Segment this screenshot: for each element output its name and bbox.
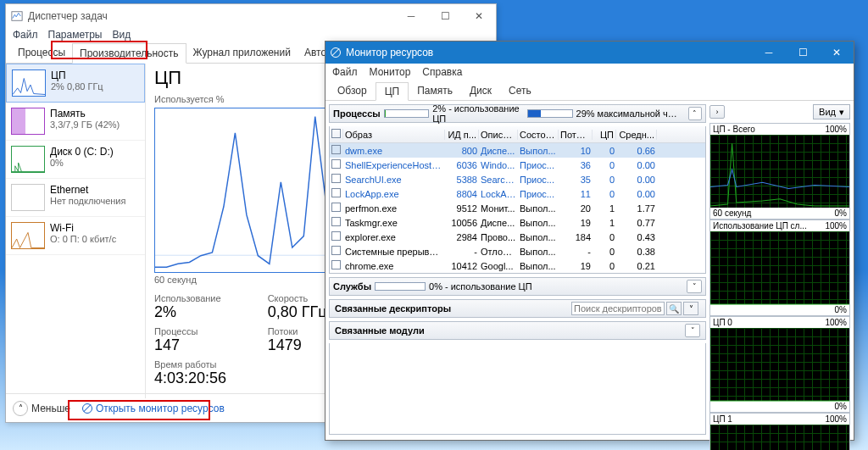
table-row[interactable]: dwm.exe800Диспе...Выпол...1000.66 [330, 143, 705, 158]
checkbox[interactable] [331, 260, 341, 269]
tm-title: Диспетчер задач [28, 10, 394, 22]
checkbox[interactable] [331, 174, 341, 183]
modules-panel-header[interactable]: Связанные модули ˅ [329, 321, 706, 340]
chevron-down-icon[interactable]: ˅ [687, 280, 702, 293]
minimize-button[interactable]: ─ [752, 42, 786, 64]
ethernet-thumb-icon [11, 184, 45, 211]
chevron-right-icon[interactable]: › [709, 105, 725, 119]
chevron-down-icon[interactable]: ˅ [685, 324, 700, 337]
view-dropdown[interactable]: Вид▾ [813, 104, 850, 119]
processes-panel-header[interactable]: Процессы 2% - использование ЦП 29% макси… [329, 104, 706, 123]
tab-overview[interactable]: Обзор [329, 82, 376, 100]
maximize-button[interactable]: ☐ [786, 42, 820, 64]
rm-titlebar[interactable]: Монитор ресурсов ─ ☐ ✕ [326, 42, 854, 64]
sidebar-item-disk0[interactable]: Диск 0 (C: D:)0% [6, 141, 145, 179]
table-row[interactable]: Taskmgr.exe10056Диспе...Выпол...1910.77 [330, 215, 705, 230]
mini-graph: ЦП 1100%0% [709, 413, 850, 450]
tab-network[interactable]: Сеть [500, 82, 540, 100]
tab-performance[interactable]: Производительность [72, 43, 186, 64]
mini-graph: ЦП 0100%0% [709, 316, 850, 413]
mini-graph: ЦП - Всего100%60 секунд0% [709, 123, 850, 219]
handles-panel-header[interactable]: Связанные дескрипторы 🔍 ˅ [329, 299, 706, 318]
checkbox[interactable] [331, 231, 341, 241]
menu-view[interactable]: Вид [112, 29, 131, 41]
table-header[interactable]: Образ ИД п... Описа... Состоя... Потоки … [330, 126, 705, 143]
tab-cpu[interactable]: ЦП [376, 82, 409, 101]
menu-file[interactable]: Файл [332, 66, 358, 78]
minimize-button[interactable]: ─ [394, 4, 428, 28]
cpu-usage-bar [384, 109, 429, 118]
table-row[interactable]: perfmon.exe9512Монит...Выпол...2011.77 [330, 201, 705, 215]
table-row[interactable]: Системные прерывания-Отлож...Выпол...-00… [330, 244, 705, 258]
chevron-up-icon[interactable]: ˄ [13, 401, 28, 416]
mini-graph: Использование ЦП сл...100%0% [709, 219, 850, 316]
chevron-down-icon[interactable]: ˅ [683, 302, 698, 315]
resource-monitor-icon [331, 47, 341, 58]
resource-monitor-icon [82, 403, 92, 414]
search-handles-input[interactable] [571, 302, 665, 315]
wifi-thumb-icon [11, 222, 45, 249]
rm-right-pane: › Вид▾ ЦП - Всего100%60 секунд0%Использо… [709, 104, 850, 435]
modules-panel-body [329, 343, 706, 435]
rm-menubar: Файл Монитор Справка [326, 64, 854, 81]
tab-memory[interactable]: Память [409, 82, 461, 100]
sidebar-item-ethernet[interactable]: EthernetНет подключения [6, 179, 145, 217]
maximize-button[interactable]: ☐ [428, 4, 462, 28]
tm-sidebar: ЦП2% 0,80 ГГц Память3,3/7,9 ГБ (42%) Дис… [6, 64, 146, 398]
fewer-details-button[interactable]: Меньше [31, 403, 70, 414]
checkbox[interactable] [331, 246, 341, 255]
svc-cpu-bar [375, 282, 426, 291]
sidebar-item-cpu[interactable]: ЦП2% 0,80 ГГц [6, 64, 145, 103]
tab-disk[interactable]: Диск [461, 82, 500, 100]
cpu-thumb-icon [12, 69, 46, 97]
tm-titlebar[interactable]: Диспетчер задач ─ ☐ ✕ [6, 4, 496, 28]
resource-monitor-window: Монитор ресурсов ─ ☐ ✕ Файл Монитор Спра… [325, 41, 854, 441]
chevron-up-icon[interactable]: ˄ [688, 107, 702, 120]
checkbox[interactable] [331, 159, 341, 169]
menu-monitor[interactable]: Монитор [370, 66, 411, 78]
tab-processes[interactable]: Процессы [11, 43, 72, 63]
memory-thumb-icon [11, 108, 45, 135]
rm-tabs: Обзор ЦП Память Диск Сеть [326, 81, 854, 101]
menu-file[interactable]: Файл [13, 29, 38, 41]
checkbox[interactable] [331, 203, 341, 212]
cpu-freq-bar [527, 109, 572, 118]
stat-utilization: 2% [154, 303, 261, 321]
processes-table: Образ ИД п... Описа... Состоя... Потоки … [329, 126, 706, 274]
stat-processes: 147 [154, 336, 261, 354]
search-icon[interactable]: 🔍 [666, 302, 682, 315]
checkbox[interactable] [331, 145, 341, 154]
table-row[interactable]: chrome.exe10412Googl...Выпол...1900.21 [330, 258, 705, 273]
services-panel-header[interactable]: Службы 0% - использование ЦП ˅ [329, 277, 706, 296]
rm-title: Монитор ресурсов [346, 47, 752, 58]
table-row[interactable]: ShellExperienceHost.exe6036Windo...Приос… [330, 158, 705, 172]
task-manager-icon [11, 10, 23, 22]
tab-app-history[interactable]: Журнал приложений [186, 43, 298, 63]
menu-options[interactable]: Параметры [48, 29, 103, 41]
sidebar-item-wifi[interactable]: Wi-FiО: 0 П: 0 кбит/с [6, 217, 145, 255]
close-button[interactable]: ✕ [820, 42, 854, 64]
checkbox-all[interactable] [331, 129, 341, 138]
menu-help[interactable]: Справка [422, 66, 462, 78]
checkbox[interactable] [331, 188, 341, 197]
table-row[interactable]: SearchUI.exe5388Search ...Приос...3500.0… [330, 172, 705, 186]
open-resource-monitor-link[interactable]: Открыть монитор ресурсов [82, 403, 225, 414]
close-button[interactable]: ✕ [462, 4, 496, 28]
disk-thumb-icon [11, 146, 45, 173]
tm-header-big: ЦП [154, 67, 181, 89]
table-row[interactable]: LockApp.exe8804LockAp...Приос...1100.00 [330, 186, 705, 201]
sidebar-item-memory[interactable]: Память3,3/7,9 ГБ (42%) [6, 103, 145, 141]
checkbox[interactable] [331, 217, 341, 226]
table-row[interactable]: explorer.exe2984Прово...Выпол...18400.43 [330, 230, 705, 244]
